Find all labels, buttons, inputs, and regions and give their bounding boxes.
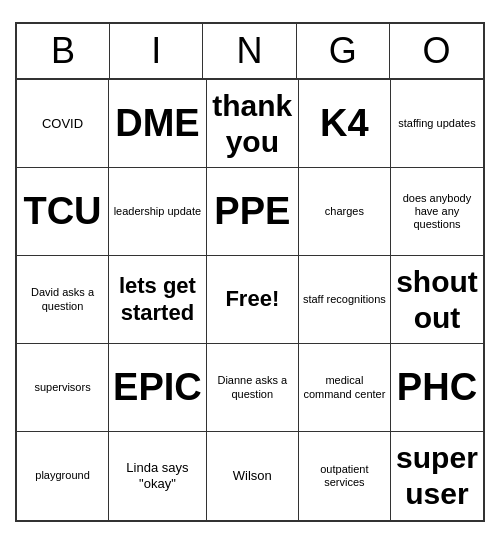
cell-label: PPE xyxy=(214,189,290,235)
bingo-cell[interactable]: lets get started xyxy=(109,256,207,344)
bingo-cell[interactable]: thank you xyxy=(207,80,299,168)
bingo-cell[interactable]: PHC xyxy=(391,344,483,432)
cell-label: lets get started xyxy=(113,273,202,326)
cell-label: shout out xyxy=(395,264,479,336)
cell-label: medical command center xyxy=(303,374,386,400)
cell-label: Wilson xyxy=(233,468,272,484)
bingo-cell[interactable]: DME xyxy=(109,80,207,168)
bingo-cell[interactable]: K4 xyxy=(299,80,391,168)
bingo-cell[interactable]: Linda says "okay" xyxy=(109,432,207,520)
bingo-cell[interactable]: Dianne asks a question xyxy=(207,344,299,432)
bingo-cell[interactable]: COVID xyxy=(17,80,109,168)
cell-label: TCU xyxy=(23,189,101,235)
cell-label: David asks a question xyxy=(21,286,104,312)
cell-label: DME xyxy=(115,101,199,147)
header-letter: I xyxy=(110,24,203,78)
bingo-cell[interactable]: outpatient services xyxy=(299,432,391,520)
bingo-cell[interactable]: medical command center xyxy=(299,344,391,432)
bingo-cell[interactable]: playground xyxy=(17,432,109,520)
bingo-cell[interactable]: supervisors xyxy=(17,344,109,432)
cell-label: staffing updates xyxy=(398,117,475,130)
cell-label: K4 xyxy=(320,101,369,147)
bingo-cell[interactable]: Wilson xyxy=(207,432,299,520)
bingo-cell[interactable]: does anybody have any questions xyxy=(391,168,483,256)
header-letter: N xyxy=(203,24,296,78)
header-letter: O xyxy=(390,24,483,78)
bingo-cell[interactable]: super user xyxy=(391,432,483,520)
cell-label: supervisors xyxy=(34,381,90,394)
bingo-cell[interactable]: PPE xyxy=(207,168,299,256)
cell-label: Linda says "okay" xyxy=(113,460,202,491)
bingo-cell[interactable]: EPIC xyxy=(109,344,207,432)
bingo-card: BINGO COVIDDMEthank youK4staffing update… xyxy=(15,22,485,522)
cell-label: EPIC xyxy=(113,365,202,411)
cell-label: COVID xyxy=(42,116,83,132)
cell-label: Free! xyxy=(225,286,279,312)
bingo-cell[interactable]: TCU xyxy=(17,168,109,256)
cell-label: PHC xyxy=(397,365,477,411)
cell-label: leadership update xyxy=(114,205,201,218)
cell-label: Dianne asks a question xyxy=(211,374,294,400)
cell-label: super user xyxy=(395,440,479,512)
bingo-cell[interactable]: David asks a question xyxy=(17,256,109,344)
bingo-cell[interactable]: staffing updates xyxy=(391,80,483,168)
cell-label: does anybody have any questions xyxy=(395,192,479,232)
bingo-header: BINGO xyxy=(17,24,483,80)
bingo-cell[interactable]: charges xyxy=(299,168,391,256)
cell-label: staff recognitions xyxy=(303,293,386,306)
bingo-cell[interactable]: shout out xyxy=(391,256,483,344)
bingo-grid: COVIDDMEthank youK4staffing updatesTCUle… xyxy=(17,80,483,520)
cell-label: charges xyxy=(325,205,364,218)
header-letter: B xyxy=(17,24,110,78)
bingo-cell[interactable]: staff recognitions xyxy=(299,256,391,344)
cell-label: thank you xyxy=(211,88,294,160)
header-letter: G xyxy=(297,24,390,78)
bingo-cell[interactable]: leadership update xyxy=(109,168,207,256)
cell-label: outpatient services xyxy=(303,463,386,489)
bingo-cell[interactable]: Free! xyxy=(207,256,299,344)
cell-label: playground xyxy=(35,469,89,482)
